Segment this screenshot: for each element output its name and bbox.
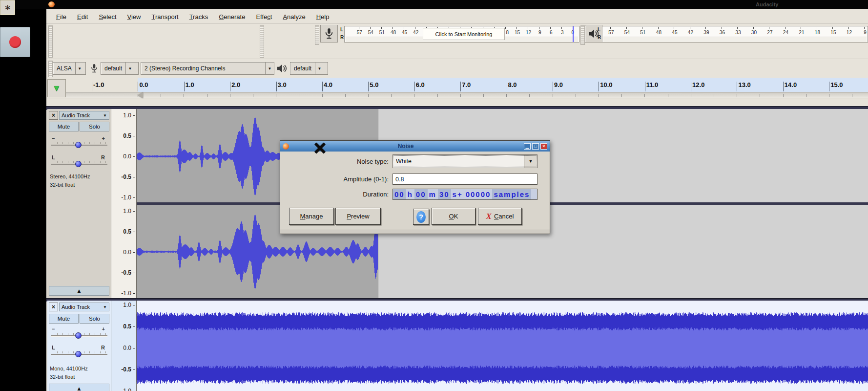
audacity-app-icon [48,1,55,7]
meter-tick-label: -15 [511,27,522,35]
playback-meter-right-label: R [598,35,601,40]
dialog-maximize-button[interactable]: □ [532,143,539,150]
noise-type-dropdown[interactable]: White ▼ [393,154,537,168]
track1-close-button[interactable]: × [49,111,58,120]
track2-mute-button[interactable]: Mute [49,314,79,324]
scrub-bar-ticks [138,94,868,97]
track2-waveform[interactable] [137,301,868,391]
menu-item-effect[interactable]: Effect [250,11,277,23]
recording-device-icon [90,63,99,74]
pan-slider-thumb[interactable] [75,161,82,167]
track2-scale: 1.00.50.0-0.5-1.0 [111,302,136,391]
track2-collapse-button[interactable]: ▲ [49,384,109,391]
meter-tick-label: -51 [634,27,650,35]
monitor-overlay[interactable]: Click to Start Monitoring [423,28,505,40]
track2-control-panel: × Audio Track▼ Mute Solo − + L R Mono, 4… [47,301,111,391]
scale-label: -0.5 [111,269,136,276]
playback-device-dropdown[interactable]: default▼ [290,62,328,75]
playback-meter-bars [603,37,867,43]
duration-segment[interactable]: 00 [393,189,406,199]
track2-pan-slider[interactable] [51,351,107,357]
menu-item-transport[interactable]: Transport [146,11,184,23]
duration-segment[interactable]: m [428,189,438,199]
track1-collapse-button[interactable]: ▲ [49,286,109,296]
ok-button[interactable]: OK [432,208,475,225]
menu-item-view[interactable]: View [122,11,146,23]
recording-device-dropdown[interactable]: default▼ [101,62,139,75]
meter-tick-label: -57 [353,27,364,35]
chevron-down-icon[interactable]: ▼ [524,155,537,168]
meter-tick-label: -48 [387,27,398,35]
transport-icon [9,36,21,48]
meter-tick-label: -27 [761,27,777,35]
timeline-labels: -1.00.01.02.03.04.05.06.07.08.09.010.011… [92,81,868,90]
cancel-button[interactable]: XCancel [478,208,522,225]
duration-segment[interactable]: 00 [414,189,428,199]
duration-segment[interactable]: s+ [451,189,464,199]
chevron-down-icon: ▼ [76,66,84,71]
gain-min-label: − [52,326,55,332]
microphone-icon-button[interactable] [320,25,338,43]
scale-label: 0.5 [111,132,136,139]
menu-item-help[interactable]: Help [311,11,335,23]
noise-dialog: Noise ▁ □ × Noise type: White ▼ Amplitud… [280,140,550,234]
menu-item-generate[interactable]: Generate [213,11,250,23]
scale-label: -1.0 [111,194,136,201]
preview-button[interactable]: Preview [335,208,381,225]
meter-tick-label: -45 [398,27,409,35]
pinned-play-head-button[interactable]: ▼ [47,79,66,97]
multi-tool-button[interactable]: ∗ [0,0,15,15]
meter-tick-label: -12 [841,27,857,35]
dialog-minimize-button[interactable]: ▁ [524,143,531,150]
gain-slider-thumb[interactable] [75,332,82,339]
duration-segment[interactable]: 30 [438,189,451,199]
track1-solo-button[interactable]: Solo [80,122,109,131]
track2-vertical-ruler[interactable]: 1.00.50.0-0.5-1.0 [111,301,137,391]
timeline-tick-label: 11.0 [645,81,691,90]
manage-button[interactable]: Manage [289,208,334,225]
menu-item-edit[interactable]: Edit [72,11,93,23]
playback-meter-scale: -57-54-51-48-45-42-39-36-33-30-27-24-21-… [602,27,868,35]
scale-label: 1.0 [111,208,136,215]
track1-mute-button[interactable]: Mute [49,122,79,131]
chevron-down-icon: ▼ [315,66,324,71]
menu-item-file[interactable]: File [51,11,72,23]
track1-menu-dropdown[interactable]: Audio Track▼ [59,111,109,120]
scale-label: -1.0 [111,290,136,297]
device-toolbar-grip[interactable] [48,61,53,77]
duration-segment[interactable]: 00000 [464,189,493,199]
gain-min-label: − [52,135,55,141]
transport-toolbar-grip[interactable] [48,25,53,58]
audio-host-dropdown[interactable]: ALSA▼ [53,62,86,75]
meter-tick-label: -42 [409,27,420,35]
help-button[interactable]: ? [413,209,429,225]
timeline-tick-label: 5.0 [368,81,414,90]
track1-ch2-scale: 1.00.50.0-0.5-1.0 [111,208,136,297]
track1-vertical-ruler[interactable]: 1.00.50.0-0.5-1.0 1.00.50.0-0.5-1.0 [111,109,137,298]
track2-menu-dropdown[interactable]: Audio Track▼ [59,303,109,311]
timeline-tick-label: 9.0 [553,81,599,90]
menu-item-analyze[interactable]: Analyze [277,11,310,23]
duration-input[interactable]: 00h00m30s+00000samples [393,189,537,200]
recording-meter-grip[interactable] [315,25,319,45]
track2-gain-slider[interactable] [51,333,107,339]
track1-pan-slider[interactable] [51,161,107,167]
timeline-tick-label: 1.0 [184,81,230,90]
track2-solo-button[interactable]: Solo [80,314,109,324]
tools-toolbar-grip[interactable] [260,25,264,58]
playback-meter-grip[interactable] [580,25,585,45]
scrub-handle[interactable] [138,92,143,98]
gain-slider-thumb[interactable] [75,142,82,148]
dialog-close-button[interactable]: × [540,143,547,150]
menu-item-tracks[interactable]: Tracks [184,11,214,23]
record-button[interactable] [0,27,30,57]
amplitude-input[interactable]: 0.8 [393,174,537,185]
pan-slider-thumb[interactable] [75,351,82,357]
duration-segment[interactable]: samples [492,189,531,199]
track1-gain-slider[interactable] [51,142,107,148]
recording-channels-dropdown[interactable]: 2 (Stereo) Recording Channels▼ [141,62,274,75]
meter-tick-label: -9 [856,27,868,35]
track2-close-button[interactable]: × [49,303,58,311]
duration-segment[interactable]: h [406,189,414,199]
menu-item-select[interactable]: Select [93,11,122,23]
